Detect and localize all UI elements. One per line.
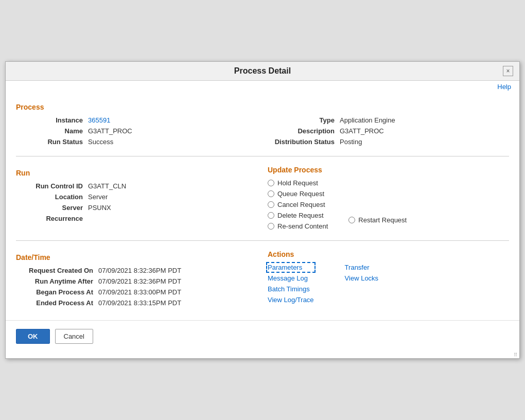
hold-request-option[interactable]: Hold Request <box>268 179 328 187</box>
update-options-right: Restart Request <box>348 179 407 233</box>
type-row: Type Application Engine <box>268 116 509 124</box>
restart-request-radio[interactable] <box>348 217 355 223</box>
run-control-id-label: Run Control ID <box>16 182 83 190</box>
began-process-at-row: Began Process At 07/09/2021 8:33:00PM PD… <box>16 288 257 296</box>
server-label: Server <box>16 204 83 212</box>
datetime-actions-row: Date/Time Request Created On 07/09/2021 … <box>16 248 509 310</box>
batch-timings-link[interactable]: Batch Timings <box>268 285 314 293</box>
server-row: Server PSUNX <box>16 204 257 212</box>
request-created-on-row: Request Created On 07/09/2021 8:32:36PM … <box>16 267 257 274</box>
ended-process-at-label: Ended Process At <box>16 299 93 307</box>
dialog-body: Process Instance 365591 Name G3ATT_PROC … <box>6 93 519 320</box>
type-value: Application Engine <box>340 116 395 124</box>
instance-label: Instance <box>16 116 83 124</box>
footer-row: OK Cancel <box>6 320 519 352</box>
resend-content-radio[interactable] <box>268 223 274 230</box>
queue-request-label: Queue Request <box>277 190 324 198</box>
run-status-row: Run Status Success <box>16 138 257 146</box>
run-status-value: Success <box>88 138 113 146</box>
datetime-section-title: Date/Time <box>16 253 257 261</box>
process-col-right: Type Application Engine Description G3AT… <box>268 116 509 149</box>
cancel-request-label: Cancel Request <box>277 201 325 208</box>
server-value: PSUNX <box>88 204 111 212</box>
delete-request-option[interactable]: Delete Request <box>268 212 328 219</box>
ended-process-at-value: 07/09/2021 8:33:15PM PDT <box>98 299 181 307</box>
transfer-link[interactable]: Transfer <box>345 264 379 271</box>
recurrence-row: Recurrence <box>16 215 257 222</box>
parameters-link[interactable]: Parameters <box>268 264 314 271</box>
hold-request-radio[interactable] <box>268 180 274 186</box>
actions-col-2: Transfer View Locks <box>345 264 379 304</box>
process-fields: Instance 365591 Name G3ATT_PROC Run Stat… <box>16 116 509 149</box>
update-process-col: Update Process Hold Request Queue Reques… <box>268 164 509 233</box>
actions-col-1: Parameters Message Log Batch Timings Vie… <box>268 264 314 304</box>
help-row: Help <box>6 81 519 93</box>
description-label: Description <box>268 127 335 135</box>
title-bar: Process Detail × <box>6 62 519 81</box>
location-row: Location Server <box>16 193 257 201</box>
type-label: Type <box>268 116 335 124</box>
run-update-row: Run Run Control ID G3ATT_CLN Location Se… <box>16 164 509 233</box>
ok-button[interactable]: OK <box>16 329 50 344</box>
run-col: Run Run Control ID G3ATT_CLN Location Se… <box>16 164 257 233</box>
distribution-status-row: Distribution Status Posting <box>268 138 509 146</box>
delete-request-radio[interactable] <box>268 212 274 219</box>
delete-request-label: Delete Request <box>277 212 324 219</box>
update-process-title: Update Process <box>268 166 509 174</box>
instance-row: Instance 365591 <box>16 116 257 124</box>
actions-links: Parameters Message Log Batch Timings Vie… <box>268 264 509 304</box>
resend-content-label: Re-send Content <box>277 222 328 230</box>
hold-request-label: Hold Request <box>277 179 318 187</box>
request-created-on-label: Request Created On <box>16 267 93 274</box>
queue-request-radio[interactable] <box>268 190 274 197</box>
queue-request-option[interactable]: Queue Request <box>268 190 328 198</box>
run-status-label: Run Status <box>16 138 83 146</box>
datetime-col: Date/Time Request Created On 07/09/2021 … <box>16 248 257 310</box>
actions-section-title: Actions <box>268 250 509 258</box>
request-created-on-value: 07/09/2021 8:32:36PM PDT <box>98 267 181 274</box>
distribution-status-value: Posting <box>340 138 362 146</box>
dialog-title: Process Detail <box>22 66 503 76</box>
location-value: Server <box>88 193 108 201</box>
description-value: G3ATT_PROC <box>340 127 384 135</box>
actions-col: Actions Parameters Message Log Batch Tim… <box>268 248 509 310</box>
cancel-request-option[interactable]: Cancel Request <box>268 201 328 208</box>
run-control-id-value: G3ATT_CLN <box>88 182 126 190</box>
view-log-trace-link[interactable]: View Log/Trace <box>268 296 314 304</box>
run-section-title: Run <box>16 169 257 177</box>
update-process-options: Hold Request Queue Request Cancel Reques… <box>268 179 509 233</box>
instance-value[interactable]: 365591 <box>88 116 110 124</box>
help-link[interactable]: Help <box>497 83 511 91</box>
cancel-button[interactable]: Cancel <box>55 329 93 344</box>
ended-process-at-row: Ended Process At 07/09/2021 8:33:15PM PD… <box>16 299 257 307</box>
resize-handle[interactable]: ⠿ <box>6 352 519 358</box>
process-detail-dialog: Process Detail × Help Process Instance 3… <box>5 61 520 359</box>
update-options-left: Hold Request Queue Request Cancel Reques… <box>268 179 328 233</box>
began-process-at-value: 07/09/2021 8:33:00PM PDT <box>98 288 181 296</box>
message-log-link[interactable]: Message Log <box>268 274 314 282</box>
run-anytime-after-value: 07/09/2021 8:32:36PM PDT <box>98 277 181 285</box>
close-button[interactable]: × <box>503 66 513 76</box>
run-control-id-row: Run Control ID G3ATT_CLN <box>16 182 257 190</box>
recurrence-label: Recurrence <box>16 215 83 222</box>
name-value: G3ATT_PROC <box>88 127 132 135</box>
process-section-title: Process <box>16 103 509 111</box>
began-process-at-label: Began Process At <box>16 288 93 296</box>
restart-request-option[interactable]: Restart Request <box>348 216 407 224</box>
divider-2 <box>16 240 509 241</box>
name-row: Name G3ATT_PROC <box>16 127 257 135</box>
run-anytime-after-label: Run Anytime After <box>16 277 93 285</box>
run-anytime-after-row: Run Anytime After 07/09/2021 8:32:36PM P… <box>16 277 257 285</box>
name-label: Name <box>16 127 83 135</box>
divider-1 <box>16 156 509 156</box>
location-label: Location <box>16 193 83 201</box>
view-locks-link[interactable]: View Locks <box>345 274 379 282</box>
distribution-status-label: Distribution Status <box>268 138 335 146</box>
description-row: Description G3ATT_PROC <box>268 127 509 135</box>
process-col-left: Instance 365591 Name G3ATT_PROC Run Stat… <box>16 116 257 149</box>
resend-content-option[interactable]: Re-send Content <box>268 222 328 230</box>
cancel-request-radio[interactable] <box>268 201 274 208</box>
restart-request-label: Restart Request <box>358 216 407 224</box>
